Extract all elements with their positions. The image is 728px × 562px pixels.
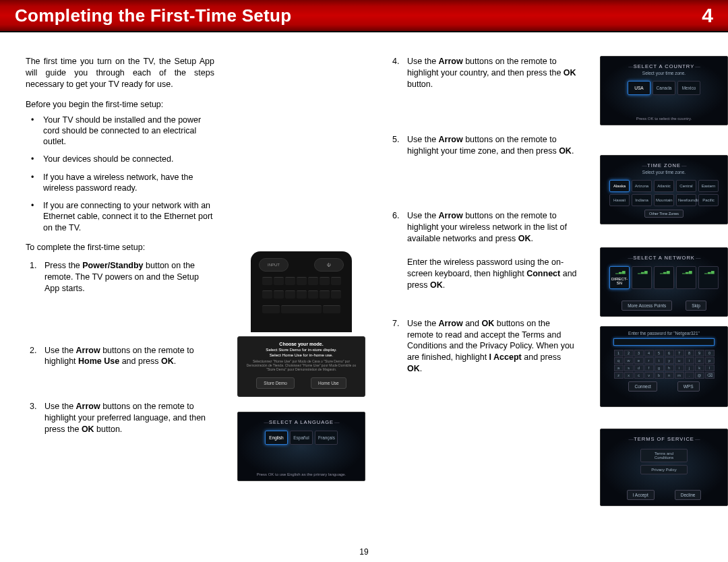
mode-line2: Select Home Use for in-home use. — [243, 352, 359, 357]
network-screenshot: SELECT A NETWORK DIRECT-SN More Access P… — [600, 247, 728, 317]
left-steps: Press the Power/Standby button on the re… — [26, 260, 214, 435]
country-screenshot: SELECT A COUNTRY Select your time zone. … — [600, 56, 728, 125]
page-header: Completing the First-Time Setup 4 — [0, 0, 728, 32]
left-text-column: The first time you turn on the TV, the S… — [26, 56, 214, 516]
key: 4 — [644, 350, 654, 356]
key: 5 — [655, 350, 664, 356]
intro-paragraph: The first time you turn on the TV, the S… — [26, 56, 214, 90]
accept-button: I Accept — [627, 490, 655, 500]
tz-other-button: Other Time Zones — [644, 210, 684, 218]
left-image-column: INPUT ⏻ Choose your mode. Select Store D… — [237, 56, 365, 516]
mode-dialog-screenshot: Choose your mode. Select Store Demo for … — [237, 336, 365, 397]
country-option: Canada — [653, 81, 675, 95]
precheck-list: Your TV should be installed and the powe… — [26, 115, 214, 233]
net-option — [676, 266, 696, 289]
net-option: DIRECT-SN — [609, 266, 630, 289]
skip-button: Skip — [686, 301, 706, 311]
key: @ — [695, 372, 704, 379]
mode-title: Choose your mode. — [243, 342, 359, 346]
terms-item: Terms and Conditions — [640, 449, 688, 462]
right-steps: Use the Arrow buttons on the remote to h… — [388, 56, 577, 375]
decline-button: Decline — [675, 490, 702, 500]
lang-option: Français — [315, 431, 338, 445]
password-field — [613, 338, 715, 346]
store-demo-button: Store Demo — [256, 377, 295, 389]
tz-option: Atlantic — [654, 180, 674, 192]
lang-title: SELECT A LANGUAGE — [264, 419, 338, 425]
tz-option: Eastern — [698, 180, 719, 192]
key: ⌫ — [705, 372, 715, 379]
key: w — [624, 357, 634, 364]
precheck-item: Your TV should be installed and the powe… — [40, 115, 214, 148]
key: e — [634, 357, 644, 364]
key: u — [675, 357, 684, 364]
tz-option: Central — [676, 180, 696, 192]
tz-sub: Select your time zone. — [642, 170, 686, 175]
key: i — [685, 357, 694, 364]
step-5: Use the Arrow buttons on the remote to h… — [392, 134, 577, 157]
terms-item: Privacy Policy — [640, 465, 688, 474]
content-area: The first time you turn on the TV, the S… — [0, 32, 728, 516]
more-networks-button: More Access Points — [621, 301, 672, 311]
country-option: Mexico — [677, 81, 700, 95]
key: z — [614, 372, 624, 379]
key: m — [675, 372, 684, 379]
step-2: Use the Arrow buttons on the remote to h… — [30, 345, 214, 368]
key: q — [614, 357, 624, 364]
country-foot: Press OK to select the country. — [601, 117, 727, 121]
key: s — [624, 365, 634, 371]
step-6b: Enter the wireless password using the on… — [392, 257, 577, 291]
connect-button: Connect — [628, 381, 657, 392]
tocomplete-label: To complete the first-time setup: — [26, 243, 214, 252]
wifi-icon — [639, 270, 645, 276]
key: 3 — [634, 350, 644, 356]
key: r — [644, 357, 654, 364]
key: 2 — [624, 350, 634, 356]
key: g — [655, 365, 664, 371]
password-screenshot: Enter the password for "Netgear321" 1234… — [600, 326, 728, 407]
key: i — [675, 365, 684, 371]
key: a — [614, 365, 624, 371]
page-number: 19 — [0, 547, 728, 557]
terms-screenshot: TERMS OF SERVICE Terms and Conditions Pr… — [600, 429, 728, 506]
key: x — [624, 372, 634, 379]
step-4: Use the Arrow buttons on the remote to h… — [392, 56, 577, 90]
country-option: USA — [628, 81, 650, 95]
wifi-icon — [706, 270, 712, 276]
key: 1 — [614, 350, 624, 356]
right-image-column: SELECT A COUNTRY Select your time zone. … — [600, 56, 728, 516]
step-3: Use the Arrow buttons on the remote to h… — [30, 401, 214, 435]
lang-option: English — [265, 431, 288, 445]
key: y — [665, 357, 674, 364]
key: 9 — [695, 350, 704, 356]
mode-line1: Select Store Demo for in-store display. — [243, 347, 359, 352]
key: . — [685, 372, 694, 379]
wifi-icon — [684, 270, 690, 276]
key: d — [634, 365, 644, 371]
key: n — [665, 372, 674, 379]
net-option — [654, 266, 674, 289]
chapter-number: 4 — [702, 4, 713, 27]
key: 7 — [675, 350, 684, 356]
remote-illustration: INPUT ⏻ — [237, 251, 365, 332]
tz-title: TIME ZONE — [642, 162, 686, 168]
key: 0 — [705, 350, 715, 356]
page-title: Completing the First-Time Setup — [15, 5, 291, 26]
key: k — [695, 365, 704, 371]
tz-option: Pacific — [698, 194, 719, 206]
terms-title: TERMS OF SERVICE — [629, 436, 700, 442]
right-text-column: Use the Arrow buttons on the remote to h… — [388, 56, 577, 516]
timezone-screenshot: TIME ZONE Select your time zone. Alaska … — [600, 155, 728, 224]
key: 8 — [685, 350, 694, 356]
step-1: Press the Power/Standby button on the re… — [30, 260, 214, 294]
key: h — [665, 365, 674, 371]
tz-option: Newfoundland — [676, 194, 696, 206]
country-sub: Select your time zone. — [642, 71, 686, 75]
remote-input-button: INPUT — [259, 258, 289, 272]
tz-option: Arizona — [632, 180, 652, 192]
key: 6 — [665, 350, 674, 356]
lang-option: Español — [290, 431, 313, 445]
lang-foot: Press OK to use English as the primary l… — [238, 472, 365, 476]
net-title: SELECT A NETWORK — [628, 255, 700, 261]
home-use-button: Home Use — [311, 377, 346, 389]
